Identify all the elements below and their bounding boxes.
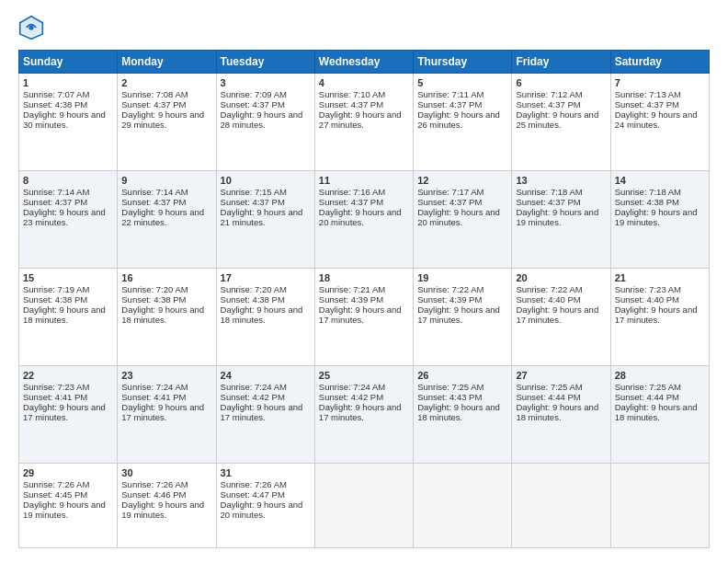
- day-number: 3: [221, 77, 311, 88]
- day-number: 21: [615, 272, 705, 283]
- daylight-label: Daylight: 9 hours and 30 minutes.: [23, 109, 106, 130]
- calendar-cell: [314, 463, 413, 547]
- sunset-label: Sunset: 4:37 PM: [221, 99, 285, 109]
- sunset-label: Sunset: 4:39 PM: [319, 294, 383, 304]
- daylight-label: Daylight: 9 hours and 17 minutes.: [221, 402, 303, 422]
- svg-point-2: [28, 25, 33, 29]
- sunset-label: Sunset: 4:43 PM: [417, 392, 482, 402]
- col-header-monday: Monday: [118, 51, 216, 74]
- day-number: 25: [319, 370, 409, 381]
- daylight-label: Daylight: 9 hours and 20 minutes.: [319, 207, 402, 227]
- calendar-cell: 25Sunrise: 7:24 AMSunset: 4:42 PMDayligh…: [314, 365, 413, 463]
- calendar-cell: 27Sunrise: 7:25 AMSunset: 4:44 PMDayligh…: [512, 365, 610, 463]
- calendar-cell: 18Sunrise: 7:21 AMSunset: 4:39 PMDayligh…: [314, 268, 413, 365]
- sunset-label: Sunset: 4:41 PM: [23, 392, 87, 402]
- sunset-label: Sunset: 4:40 PM: [516, 294, 580, 304]
- header: [18, 15, 710, 40]
- calendar-cell: 31Sunrise: 7:26 AMSunset: 4:47 PMDayligh…: [216, 463, 314, 547]
- daylight-label: Daylight: 9 hours and 24 minutes.: [615, 109, 698, 130]
- calendar-cell: 26Sunrise: 7:25 AMSunset: 4:43 PMDayligh…: [414, 365, 512, 463]
- calendar-cell: [512, 463, 610, 547]
- sunrise-label: Sunrise: 7:20 AM: [121, 284, 188, 294]
- day-number: 19: [417, 272, 507, 283]
- calendar-cell: 9Sunrise: 7:14 AMSunset: 4:37 PMDaylight…: [118, 170, 216, 268]
- daylight-label: Daylight: 9 hours and 27 minutes.: [319, 109, 402, 130]
- sunset-label: Sunset: 4:37 PM: [417, 99, 482, 109]
- day-number: 8: [23, 175, 113, 186]
- sunset-label: Sunset: 4:46 PM: [121, 489, 186, 500]
- col-header-wednesday: Wednesday: [314, 51, 413, 74]
- sunset-label: Sunset: 4:37 PM: [516, 99, 580, 109]
- daylight-label: Daylight: 9 hours and 17 minutes.: [516, 304, 598, 325]
- calendar-cell: 11Sunrise: 7:16 AMSunset: 4:37 PMDayligh…: [314, 170, 413, 268]
- day-number: 6: [516, 77, 606, 88]
- day-number: 11: [319, 175, 409, 186]
- day-number: 28: [615, 370, 705, 381]
- sunrise-label: Sunrise: 7:15 AM: [221, 187, 287, 197]
- day-number: 9: [121, 175, 211, 186]
- day-number: 10: [221, 175, 311, 186]
- day-number: 26: [417, 370, 507, 381]
- sunset-label: Sunset: 4:37 PM: [121, 99, 186, 109]
- daylight-label: Daylight: 9 hours and 20 minutes.: [221, 500, 303, 520]
- daylight-label: Daylight: 9 hours and 18 minutes.: [516, 402, 598, 422]
- sunrise-label: Sunrise: 7:11 AM: [417, 89, 483, 99]
- sunrise-label: Sunrise: 7:10 AM: [319, 89, 385, 99]
- sunrise-label: Sunrise: 7:24 AM: [221, 382, 287, 392]
- sunrise-label: Sunrise: 7:18 AM: [516, 187, 582, 197]
- calendar-cell: 17Sunrise: 7:20 AMSunset: 4:38 PMDayligh…: [216, 268, 314, 365]
- day-number: 24: [221, 370, 311, 381]
- sunrise-label: Sunrise: 7:21 AM: [319, 284, 385, 294]
- sunset-label: Sunset: 4:42 PM: [319, 392, 383, 402]
- sunset-label: Sunset: 4:45 PM: [23, 489, 87, 500]
- sunrise-label: Sunrise: 7:25 AM: [516, 382, 582, 392]
- daylight-label: Daylight: 9 hours and 18 minutes.: [121, 304, 204, 325]
- day-number: 29: [23, 467, 113, 478]
- daylight-label: Daylight: 9 hours and 19 minutes.: [615, 207, 698, 227]
- daylight-label: Daylight: 9 hours and 25 minutes.: [516, 109, 598, 130]
- logo: [18, 15, 48, 40]
- sunset-label: Sunset: 4:47 PM: [221, 489, 285, 500]
- calendar-week-row: 8Sunrise: 7:14 AMSunset: 4:37 PMDaylight…: [19, 170, 710, 268]
- daylight-label: Daylight: 9 hours and 17 minutes.: [319, 402, 402, 422]
- day-number: 13: [516, 175, 606, 186]
- day-number: 27: [516, 370, 606, 381]
- sunset-label: Sunset: 4:39 PM: [417, 294, 482, 304]
- calendar-cell: 29Sunrise: 7:26 AMSunset: 4:45 PMDayligh…: [19, 463, 118, 547]
- sunset-label: Sunset: 4:38 PM: [121, 294, 186, 304]
- sunrise-label: Sunrise: 7:14 AM: [23, 187, 89, 197]
- daylight-label: Daylight: 9 hours and 18 minutes.: [615, 402, 698, 422]
- sunrise-label: Sunrise: 7:17 AM: [417, 187, 483, 197]
- daylight-label: Daylight: 9 hours and 19 minutes.: [516, 207, 598, 227]
- calendar-cell: 1Sunrise: 7:07 AMSunset: 4:38 PMDaylight…: [19, 74, 118, 171]
- sunrise-label: Sunrise: 7:26 AM: [23, 479, 89, 489]
- sunset-label: Sunset: 4:44 PM: [516, 392, 580, 402]
- sunrise-label: Sunrise: 7:26 AM: [221, 479, 287, 489]
- calendar-cell: 21Sunrise: 7:23 AMSunset: 4:40 PMDayligh…: [610, 268, 709, 365]
- calendar-week-row: 15Sunrise: 7:19 AMSunset: 4:38 PMDayligh…: [19, 268, 710, 365]
- calendar-week-row: 29Sunrise: 7:26 AMSunset: 4:45 PMDayligh…: [19, 463, 710, 547]
- sunset-label: Sunset: 4:37 PM: [23, 197, 87, 207]
- day-number: 2: [121, 77, 211, 88]
- sunrise-label: Sunrise: 7:09 AM: [221, 89, 287, 99]
- calendar-cell: 23Sunrise: 7:24 AMSunset: 4:41 PMDayligh…: [118, 365, 216, 463]
- calendar-cell: 14Sunrise: 7:18 AMSunset: 4:38 PMDayligh…: [610, 170, 709, 268]
- calendar-cell: [610, 463, 709, 547]
- daylight-label: Daylight: 9 hours and 18 minutes.: [221, 304, 303, 325]
- sunrise-label: Sunrise: 7:22 AM: [516, 284, 582, 294]
- sunset-label: Sunset: 4:42 PM: [221, 392, 285, 402]
- calendar-cell: 22Sunrise: 7:23 AMSunset: 4:41 PMDayligh…: [19, 365, 118, 463]
- daylight-label: Daylight: 9 hours and 18 minutes.: [417, 402, 500, 422]
- sunset-label: Sunset: 4:37 PM: [615, 99, 679, 109]
- col-header-friday: Friday: [512, 51, 610, 74]
- col-header-saturday: Saturday: [610, 51, 709, 74]
- daylight-label: Daylight: 9 hours and 29 minutes.: [121, 109, 204, 130]
- sunset-label: Sunset: 4:41 PM: [121, 392, 186, 402]
- daylight-label: Daylight: 9 hours and 17 minutes.: [615, 304, 698, 325]
- day-number: 5: [417, 77, 507, 88]
- daylight-label: Daylight: 9 hours and 19 minutes.: [121, 500, 204, 520]
- daylight-label: Daylight: 9 hours and 22 minutes.: [121, 207, 204, 227]
- col-header-sunday: Sunday: [19, 51, 118, 74]
- sunset-label: Sunset: 4:37 PM: [121, 197, 186, 207]
- calendar-cell: 7Sunrise: 7:13 AMSunset: 4:37 PMDaylight…: [610, 74, 709, 171]
